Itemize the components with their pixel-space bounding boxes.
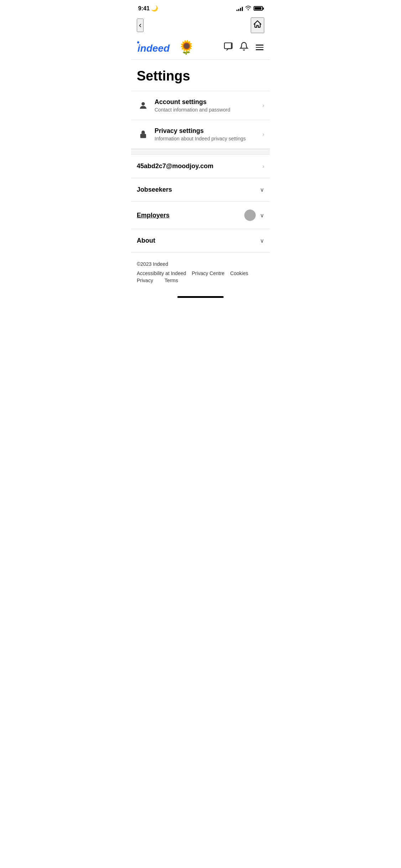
employers-chevron-icon: ∨: [260, 212, 264, 219]
moon-icon: 🌙: [151, 5, 158, 11]
app-header: indeed 🌻: [131, 37, 270, 60]
svg-point-1: [137, 41, 139, 43]
notifications-icon[interactable]: [239, 42, 249, 53]
accessibility-link[interactable]: Accessibility at Indeed: [137, 270, 186, 276]
copyright-text: ©2023 Indeed: [137, 261, 264, 267]
messages-icon[interactable]: [224, 42, 233, 53]
privacy-settings-text: Privacy settings Information about Indee…: [155, 127, 260, 141]
employers-toggle[interactable]: [244, 210, 256, 221]
employers-label: Employers: [137, 212, 244, 219]
jobseekers-row-right: ∨: [260, 186, 264, 193]
email-row-right: ›: [260, 163, 264, 170]
menu-button[interactable]: [255, 44, 264, 51]
employers-row[interactable]: Employers ∨: [131, 202, 270, 229]
footer-links-row2: Privacy Terms: [137, 278, 264, 283]
employers-row-right: ∨: [244, 210, 264, 221]
status-time: 9:41 🌙: [138, 5, 158, 12]
footer: ©2023 Indeed Accessibility at Indeed Pri…: [131, 253, 270, 290]
status-icons: [236, 5, 263, 11]
about-row-right: ∨: [260, 237, 264, 244]
home-indicator-bar: [177, 296, 224, 298]
wifi-icon: [245, 5, 251, 11]
lock-icon: [137, 128, 150, 141]
privacy-settings-item[interactable]: Privacy settings Information about Indee…: [131, 120, 270, 149]
privacy-centre-link[interactable]: Privacy Centre: [192, 270, 225, 276]
email-row[interactable]: 45abd2c7@moodjoy.com ›: [131, 155, 270, 178]
indeed-logo: indeed: [137, 40, 176, 55]
chevron-right-icon-2: ›: [262, 131, 264, 138]
person-icon: [137, 99, 150, 112]
about-label: About: [137, 237, 260, 244]
cookies-link[interactable]: Cookies: [230, 270, 248, 276]
page-title: Settings: [131, 60, 270, 91]
chevron-right-icon: ›: [262, 102, 264, 109]
back-button[interactable]: ‹: [137, 19, 144, 32]
footer-links: Accessibility at Indeed Privacy Centre C…: [137, 270, 264, 276]
sunflower-icon: 🌻: [178, 40, 195, 55]
account-settings-item[interactable]: Account settings Contact information and…: [131, 91, 270, 120]
logo-area: indeed 🌻: [137, 40, 195, 55]
home-indicator: [131, 290, 270, 301]
svg-text:indeed: indeed: [137, 43, 170, 54]
svg-rect-4: [140, 134, 146, 138]
jobseekers-chevron-icon: ∨: [260, 186, 264, 193]
email-chevron-icon: ›: [262, 163, 264, 170]
email-label: 45abd2c7@moodjoy.com: [137, 162, 260, 170]
indeed-logo-svg: indeed: [137, 40, 176, 55]
account-settings-text: Account settings Contact information and…: [155, 98, 260, 113]
nav-bar: ‹: [131, 15, 270, 37]
settings-section: Account settings Contact information and…: [131, 91, 270, 149]
status-bar: 9:41 🌙: [131, 0, 270, 15]
svg-point-3: [141, 102, 145, 105]
svg-rect-2: [224, 43, 232, 48]
battery-icon: [254, 6, 263, 11]
jobseekers-label: Jobseekers: [137, 186, 260, 193]
jobseekers-row[interactable]: Jobseekers ∨: [131, 178, 270, 202]
header-icons: [224, 42, 264, 53]
home-button[interactable]: [251, 17, 264, 33]
privacy-link[interactable]: Privacy: [137, 278, 153, 283]
signal-icon: [236, 6, 243, 11]
terms-link[interactable]: Terms: [165, 278, 178, 283]
about-row[interactable]: About ∨: [131, 229, 270, 253]
section-divider: [131, 149, 270, 155]
about-chevron-icon: ∨: [260, 237, 264, 244]
